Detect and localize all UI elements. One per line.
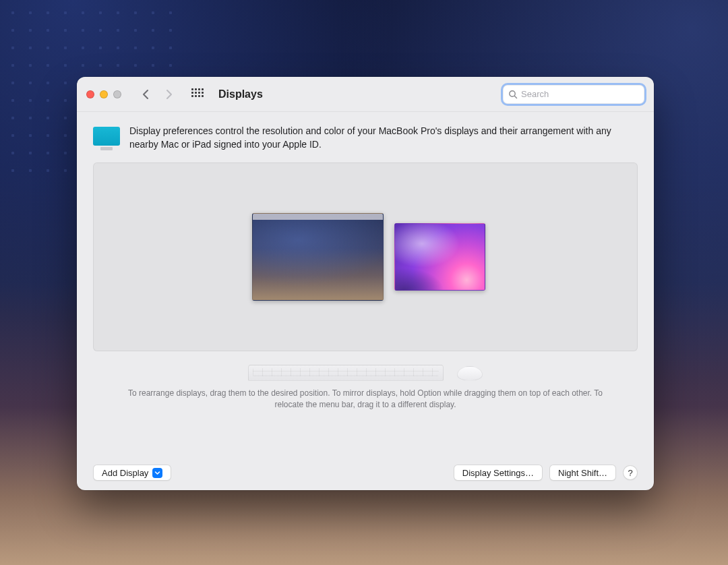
desktop-background: Displays Display preferences control the… bbox=[0, 0, 728, 565]
menu-bar-handle[interactable] bbox=[253, 214, 383, 220]
keyboard-icon bbox=[248, 365, 444, 381]
display-settings-button[interactable]: Display Settings… bbox=[454, 465, 543, 481]
forward-button[interactable] bbox=[163, 89, 174, 100]
displays-pref-icon bbox=[93, 127, 120, 146]
hint-text: To rearrange displays, drag them to the … bbox=[93, 388, 638, 411]
search-icon bbox=[508, 90, 518, 99]
add-display-button[interactable]: Add Display bbox=[93, 465, 171, 481]
mouse-icon bbox=[457, 366, 483, 381]
display-arrangement-area[interactable] bbox=[93, 162, 638, 351]
intro-row: Display preferences control the resoluti… bbox=[93, 124, 638, 152]
svg-line-1 bbox=[514, 96, 516, 98]
chevron-down-icon bbox=[152, 468, 162, 478]
display-settings-label: Display Settings… bbox=[462, 468, 534, 478]
help-button[interactable]: ? bbox=[623, 465, 638, 480]
night-shift-label: Night Shift… bbox=[558, 468, 607, 478]
help-label: ? bbox=[628, 468, 632, 478]
display-primary[interactable] bbox=[252, 213, 384, 301]
close-button[interactable] bbox=[86, 90, 94, 98]
peripheral-row bbox=[93, 355, 638, 381]
footer-row: Add Display Display Settings… Night Shif… bbox=[93, 452, 638, 481]
show-all-icon[interactable] bbox=[191, 88, 204, 100]
display-secondary[interactable] bbox=[394, 223, 485, 291]
zoom-button[interactable] bbox=[113, 90, 121, 98]
minimize-button[interactable] bbox=[100, 90, 108, 98]
search-input[interactable] bbox=[521, 89, 639, 99]
back-button[interactable] bbox=[140, 89, 151, 100]
add-display-label: Add Display bbox=[102, 468, 148, 478]
window-toolbar: Displays bbox=[77, 77, 654, 112]
search-field-wrap[interactable] bbox=[503, 85, 644, 104]
nav-area bbox=[140, 89, 174, 100]
window-title: Displays bbox=[218, 88, 263, 100]
night-shift-button[interactable]: Night Shift… bbox=[549, 465, 616, 481]
intro-text: Display preferences control the resoluti… bbox=[129, 124, 638, 152]
window-body: Display preferences control the resoluti… bbox=[77, 112, 654, 490]
window-controls bbox=[86, 90, 121, 98]
system-preferences-window: Displays Display preferences control the… bbox=[77, 77, 654, 490]
